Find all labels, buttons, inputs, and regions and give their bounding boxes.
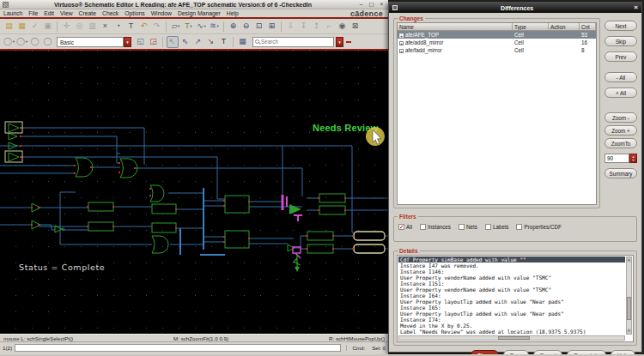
checkbox-instances-icon[interactable] xyxy=(420,224,426,230)
details-line[interactable]: Instance I47 was removed. xyxy=(398,262,625,269)
new-file-icon[interactable]: ▤ xyxy=(3,21,15,33)
workspace-combo[interactable]: Basic ▾ xyxy=(57,37,131,47)
menu-options[interactable]: Options xyxy=(125,10,144,16)
skip-button[interactable]: Skip xyxy=(605,36,637,46)
select-node-icon[interactable]: ↗ xyxy=(192,36,204,48)
maximize-button[interactable]: ▢ xyxy=(368,1,375,8)
details-vertical-scrollbar[interactable]: ▲ ▼ xyxy=(626,256,632,335)
menu-check[interactable]: Check xyxy=(102,10,118,16)
checkbox-nets-icon[interactable] xyxy=(459,224,465,230)
search-clear-icon[interactable] xyxy=(346,41,351,43)
dialog-close-icon[interactable]: × xyxy=(634,4,638,11)
open-file-icon[interactable]: ▦ xyxy=(16,21,28,33)
schematic-canvas[interactable]: Needs Review Status = Complete xyxy=(0,51,388,334)
details-line[interactable]: User Property layoutTip added with value… xyxy=(398,299,625,305)
select-probe-icon[interactable]: ↘ xyxy=(205,36,217,48)
nav-view-2-icon[interactable]: ◯▾ xyxy=(16,36,28,48)
copy-icon[interactable]: ▥ xyxy=(87,21,99,33)
filter-instances[interactable]: Instances xyxy=(420,224,451,230)
move-icon[interactable]: ✛ xyxy=(61,21,73,33)
menu-create[interactable]: Create xyxy=(79,10,96,16)
checkbox-all-icon[interactable]: ✓ xyxy=(398,224,404,230)
menu-file[interactable]: File xyxy=(28,10,38,16)
lock-icon[interactable]: ⊠ xyxy=(349,21,361,33)
details-line[interactable]: Instance I151: xyxy=(398,281,625,287)
zoom-level-spinbox[interactable]: 90▴▾ xyxy=(605,154,637,163)
checkbox-properties-cdf-icon[interactable] xyxy=(516,224,522,230)
add-label-icon[interactable]: T▾ xyxy=(183,21,195,33)
edit-in-place-icon[interactable]: ↧ xyxy=(298,21,310,33)
all-button[interactable]: - All xyxy=(605,72,637,82)
menu-help[interactable]: Help xyxy=(227,10,239,16)
descend-icon[interactable]: ⇩ xyxy=(285,21,297,33)
changes-row-afe-afe-top[interactable]: +afe/AFE_TOPCell53 xyxy=(398,31,596,39)
zoom-in-icon[interactable]: ⊕ xyxy=(228,21,240,33)
workspace-dropdown-icon[interactable]: ▾ xyxy=(124,37,131,47)
search-input[interactable] xyxy=(259,39,319,45)
checkin-icon[interactable]: ✓ xyxy=(29,21,41,33)
nav-view-1-icon[interactable]: ◯▾ xyxy=(3,36,15,48)
visibility-icon[interactable]: ◉ xyxy=(337,21,349,33)
close-button[interactable]: × xyxy=(378,1,386,8)
undo-icon[interactable]: ↶ xyxy=(138,21,150,33)
menu-design-manager[interactable]: Design Manager xyxy=(178,10,221,16)
details-line[interactable]: Cdf Property simBase added with value "" xyxy=(398,256,625,262)
filter-properties-cdf[interactable]: Properties/CDF xyxy=(516,224,561,230)
add-wire-icon[interactable]: ∿▾ xyxy=(196,21,208,33)
select-cursor-icon[interactable]: ↖ xyxy=(167,36,179,48)
zoomto-button[interactable]: ZoomTo xyxy=(605,138,637,148)
nav-view-3-icon[interactable]: ◯ xyxy=(29,36,41,48)
details-vscroll-thumb[interactable] xyxy=(627,297,631,320)
changes-row-afe-fadd-mirror[interactable]: +afe/fadd_mirrorCell8 xyxy=(398,46,596,54)
search-box[interactable] xyxy=(252,37,334,47)
command-input[interactable] xyxy=(15,344,341,352)
details-line[interactable]: Instance I65: xyxy=(398,305,625,311)
expander-icon[interactable]: + xyxy=(399,41,404,45)
details-line[interactable]: Instance I146: xyxy=(398,269,625,275)
details-line[interactable]: Moved in the X by 0.25. xyxy=(398,323,625,329)
expander-icon[interactable]: + xyxy=(399,33,404,38)
zoom-button[interactable]: Zoom + xyxy=(605,125,637,136)
zoom-button[interactable]: Zoom - xyxy=(605,112,637,123)
checkbox-labels-icon[interactable] xyxy=(485,224,491,230)
details-hscroll-thumb[interactable] xyxy=(498,336,530,340)
changes-table[interactable]: NameTypeActionCnt +afe/AFE_TOPCell53+afe… xyxy=(397,22,597,205)
menu-view[interactable]: View xyxy=(60,10,73,16)
zoom-fit-icon[interactable]: ⊡ xyxy=(253,21,265,33)
details-line[interactable]: User Property vendorName added with valu… xyxy=(398,287,625,293)
changes-row-afe-add8-mirror[interactable]: +afe/add8_mirrorCell16 xyxy=(398,39,596,46)
filter-labels[interactable]: Labels xyxy=(485,224,509,230)
details-line[interactable]: User Property layoutTip added with value… xyxy=(398,311,625,317)
calculator-icon[interactable]: ▦ xyxy=(237,36,249,48)
details-horizontal-scrollbar[interactable] xyxy=(398,335,625,341)
summary-button[interactable]: Summary xyxy=(605,168,637,178)
save-view-icon[interactable]: ◲ xyxy=(148,36,160,48)
menu-edit[interactable]: Edit xyxy=(44,10,54,16)
select-partial-icon[interactable]: ⇖ xyxy=(179,36,191,48)
details-line[interactable]: User Property vendorName added with valu… xyxy=(398,275,625,281)
copy-view-icon[interactable]: ◱ xyxy=(135,36,147,48)
add-bus-icon[interactable]: ≋▾ xyxy=(209,21,221,33)
redo-icon[interactable]: ↷ xyxy=(151,21,163,33)
filter-nets[interactable]: Nets xyxy=(459,224,477,230)
text-size-icon[interactable]: T xyxy=(218,36,230,48)
history-icon[interactable]: ◔ xyxy=(112,21,125,33)
expander-icon[interactable]: + xyxy=(399,49,404,53)
spinbox-stepper-icon[interactable]: ▴▾ xyxy=(629,154,637,163)
nav-view-4-icon[interactable]: ◯ xyxy=(42,36,54,48)
delete-icon[interactable]: × xyxy=(100,21,112,33)
stretch-icon[interactable]: ◎ xyxy=(74,21,86,33)
details-line[interactable]: Instance I74: xyxy=(398,317,625,323)
save-icon[interactable]: ▣ xyxy=(42,21,54,33)
prev-button[interactable]: Prev xyxy=(605,51,637,62)
draw-shape-icon[interactable]: ▱▾ xyxy=(170,21,182,33)
ruler-icon[interactable]: ⌐ xyxy=(324,21,336,33)
zoom-area-icon[interactable]: ⊞ xyxy=(266,21,278,33)
details-textarea[interactable]: Cdf Property simBase added with value ""… xyxy=(397,255,634,342)
next-button[interactable]: Next xyxy=(605,21,637,31)
text-display-icon[interactable]: T xyxy=(125,21,137,33)
menu-window[interactable]: Window xyxy=(151,10,172,16)
details-line[interactable]: Instance I64: xyxy=(398,293,625,299)
return-to-top-icon[interactable]: ↥ xyxy=(311,21,323,33)
details-line[interactable]: Label "Needs Review" was added at locati… xyxy=(398,329,625,335)
